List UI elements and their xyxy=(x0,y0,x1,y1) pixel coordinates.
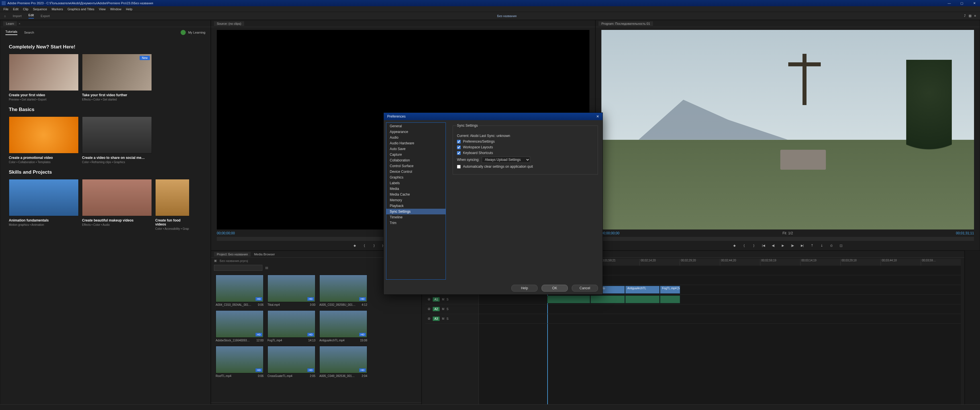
program-view[interactable] xyxy=(601,30,974,229)
prefs-nav-item[interactable]: General xyxy=(386,123,445,129)
prefs-nav-item[interactable]: Media Cache xyxy=(386,192,445,197)
menu-markers[interactable]: Markers xyxy=(49,7,65,11)
workspace-export[interactable]: Export xyxy=(41,14,50,17)
prefs-nav-item[interactable]: Device Control xyxy=(386,169,445,175)
source-tc-in[interactable]: 00;00;00;00 xyxy=(217,231,235,235)
audio-track-header[interactable]: ⦿A2MS xyxy=(425,304,479,314)
tutorial-card[interactable]: Create a video to share on social me… Co… xyxy=(82,116,152,164)
prefs-nav-item[interactable]: Trim xyxy=(386,220,445,226)
tutorial-card[interactable]: Animation fundamentals Motion graphics •… xyxy=(9,179,79,230)
timeline-clip-audio[interactable] xyxy=(625,296,660,303)
prefs-nav-item[interactable]: Audio xyxy=(386,135,445,140)
audio-track-lane[interactable] xyxy=(479,295,961,304)
step-fwd-icon[interactable]: |▶ xyxy=(790,244,795,248)
audio-track-lane[interactable] xyxy=(479,304,961,314)
help-button[interactable]: Help xyxy=(511,285,538,292)
chk-prefs-settings[interactable] xyxy=(457,140,461,143)
prefs-nav-item[interactable]: Playback xyxy=(386,203,445,209)
tutorial-card[interactable]: Create beautiful makeup videos Effects •… xyxy=(82,179,152,230)
timeline-clip-audio[interactable] xyxy=(590,296,625,303)
audio-track-lane[interactable] xyxy=(479,314,961,324)
maximize-button[interactable]: ▢ xyxy=(958,2,966,5)
timeline-clip-audio[interactable] xyxy=(547,296,590,303)
project-clip[interactable]: HDTikal.mp43:00 xyxy=(267,275,315,307)
filter-icon[interactable]: ▤ xyxy=(265,266,268,270)
learn-tab-search[interactable]: Search xyxy=(24,31,34,34)
project-clip[interactable]: HDAdobeStock_116640093…12:00 xyxy=(216,310,264,342)
workspace-layout-icon[interactable]: ▥ xyxy=(969,14,972,17)
project-clip[interactable]: HDA005_C049_092536_001…2:04 xyxy=(319,346,367,378)
mark-in-icon[interactable]: { xyxy=(362,244,367,248)
menu-sequence[interactable]: Sequence xyxy=(31,7,49,11)
mark-in-icon[interactable]: { xyxy=(742,244,746,248)
prefs-nav-item[interactable]: Appearance xyxy=(386,129,445,135)
menu-help[interactable]: Help xyxy=(124,7,135,11)
timeline-clip-audio[interactable] xyxy=(660,296,680,303)
extract-icon[interactable]: ⤓ xyxy=(819,244,824,248)
minimize-button[interactable]: — xyxy=(945,2,953,5)
menu-file[interactable]: File xyxy=(1,7,11,11)
prefs-nav-item[interactable]: Sync Settings xyxy=(386,209,445,215)
program-zoom[interactable]: Fit xyxy=(783,231,786,235)
prefs-nav-item[interactable]: Labels xyxy=(386,180,445,186)
project-filter-input[interactable] xyxy=(214,265,262,271)
lift-icon[interactable]: ⤒ xyxy=(810,244,814,248)
chk-auto-clear[interactable] xyxy=(457,165,461,168)
learn-tab-tutorials[interactable]: Tutorials xyxy=(5,30,18,35)
audio-track-header[interactable]: ⦿A3MS xyxy=(425,314,479,324)
learn-tab[interactable]: Learn xyxy=(3,21,17,26)
program-resolution[interactable]: 1/2 xyxy=(788,231,793,235)
prefs-nav-item[interactable]: Timeline xyxy=(386,215,445,220)
go-in-icon[interactable]: |◀ xyxy=(761,244,766,248)
project-clip[interactable]: HDFogTL.mp414:13 xyxy=(267,310,315,342)
workspace-import[interactable]: Import xyxy=(13,14,22,17)
project-clip[interactable]: HDA005_C032_0925BU_001…4:12 xyxy=(319,275,367,307)
program-tab[interactable]: Program: Последовательность 01 xyxy=(598,21,653,26)
cancel-button[interactable]: Cancel xyxy=(572,285,598,292)
chk-workspace-layouts[interactable] xyxy=(457,146,461,149)
workspace-edit[interactable]: Edit xyxy=(29,13,34,19)
prefs-nav-item[interactable]: Collaboration xyxy=(386,157,445,163)
menu-clip[interactable]: Clip xyxy=(21,7,31,11)
quick-export-icon[interactable]: ⤴ xyxy=(964,14,966,17)
project-clip[interactable]: HDRoofTL.mp40:06 xyxy=(216,346,264,378)
program-tc-in[interactable]: 00;00;00;00 xyxy=(601,231,619,235)
when-syncing-select[interactable]: Always Upload Settings xyxy=(482,157,530,163)
go-out-icon[interactable]: ▶| xyxy=(800,244,805,248)
play-icon[interactable]: ▶ xyxy=(781,244,785,248)
home-button[interactable]: ⌂ xyxy=(4,14,6,17)
marker-icon[interactable]: ◆ xyxy=(352,244,357,248)
menu-window[interactable]: Window xyxy=(108,7,124,11)
project-clip[interactable]: HDAntiguaArchTL.mp415:08 xyxy=(319,310,367,342)
menu-graphics[interactable]: Graphics and Titles xyxy=(65,7,97,11)
overflow-icon[interactable]: ≡ xyxy=(974,14,976,17)
timeline-clip[interactable]: FogTL.mp4 [V] xyxy=(660,286,680,294)
prefs-nav-item[interactable]: Graphics xyxy=(386,175,445,180)
ok-button[interactable]: OK xyxy=(542,285,568,292)
export-frame-icon[interactable]: ⎙ xyxy=(829,244,834,248)
mark-out-icon[interactable]: } xyxy=(751,244,756,248)
step-back-icon[interactable]: ◀| xyxy=(771,244,775,248)
timeline-clip[interactable]: AntiguaArchTL xyxy=(625,286,660,294)
prefs-nav-item[interactable]: Control Surface xyxy=(386,163,445,169)
program-scrubber[interactable] xyxy=(601,237,974,241)
menu-edit[interactable]: Edit xyxy=(11,7,21,11)
prefs-nav-item[interactable]: Auto Save xyxy=(386,146,445,152)
project-clip[interactable]: HDA004_C010_0924AL_001…0:06 xyxy=(216,275,264,307)
prefs-nav-item[interactable]: Capture xyxy=(386,152,445,157)
my-learning-link[interactable]: My Learning xyxy=(188,31,205,34)
close-button[interactable]: ✕ xyxy=(970,2,978,5)
tutorial-card[interactable]: Create a promotional video Color • Colla… xyxy=(9,116,79,164)
prefs-nav-item[interactable]: Memory xyxy=(386,197,445,203)
audio-track-header[interactable]: ⦿A1MS xyxy=(425,295,479,304)
source-tab[interactable]: Source: (no clips) xyxy=(214,21,244,26)
chk-keyboard-shortcuts[interactable] xyxy=(457,151,461,155)
compare-icon[interactable]: ◫ xyxy=(839,244,843,248)
project-breadcrumb[interactable]: Без названия.prproj xyxy=(220,259,248,262)
tutorial-card[interactable]: Create fun food videos Color • Accessibi… xyxy=(155,179,189,230)
menu-view[interactable]: View xyxy=(97,7,108,11)
tutorial-card[interactable]: Create your first video Preview • Get st… xyxy=(9,54,79,101)
tutorial-card[interactable]: New Take your first video further Effect… xyxy=(82,54,152,101)
prefs-nav-item[interactable]: Media xyxy=(386,186,445,192)
media-browser-tab[interactable]: Media Browser xyxy=(251,252,278,256)
